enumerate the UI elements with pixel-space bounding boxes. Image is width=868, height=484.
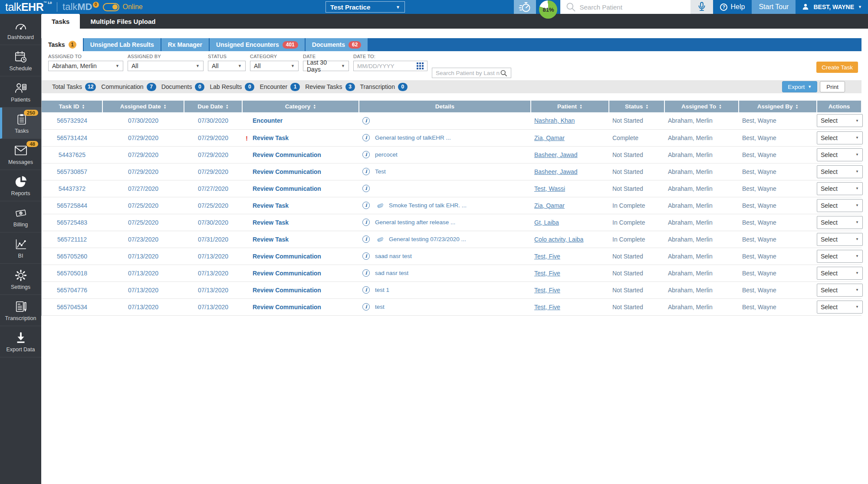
column-header[interactable]: Task ID▲▼ (42, 101, 102, 112)
create-task-button[interactable]: Create Task (816, 62, 858, 73)
info-icon[interactable]: i (362, 235, 370, 243)
export-button[interactable]: Export▼ (782, 81, 817, 92)
column-header[interactable]: Status▲▼ (609, 101, 664, 112)
summary-count-badge: 12 (85, 83, 96, 91)
column-header[interactable]: Details▲▼ (359, 101, 531, 112)
row-action-select[interactable]: Select▼ (817, 165, 863, 178)
help-button[interactable]: ? Help (713, 0, 752, 14)
patient-link[interactable]: Nashrah, Khan (534, 117, 575, 124)
row-action-select[interactable]: Select▼ (817, 250, 863, 263)
info-icon[interactable]: i (362, 303, 370, 311)
patient-link[interactable]: Colo actvity, Laiba (534, 236, 583, 243)
info-icon[interactable]: i (362, 185, 370, 192)
patient-link[interactable]: Test, Five (534, 270, 560, 277)
sidebar-item-settings[interactable]: Settings (0, 264, 41, 295)
sort-icon: ▲▼ (82, 104, 85, 109)
column-header[interactable]: Assigned To▲▼ (664, 101, 739, 112)
row-action-select[interactable]: Select▼ (817, 284, 863, 297)
row-action-select[interactable]: Select▼ (817, 267, 863, 280)
sidebar-item-messages[interactable]: 48 Messages (0, 139, 41, 170)
patient-link[interactable]: Test, Wassi (534, 185, 565, 192)
summary-count-badge: 0 (195, 83, 204, 91)
assigned-by-cell: Best, Wayne (739, 248, 817, 265)
sidebar-item-transcription[interactable]: Transcription (0, 295, 41, 326)
info-icon[interactable]: i (362, 252, 370, 260)
info-icon[interactable]: i (362, 168, 370, 175)
info-icon[interactable]: i (362, 117, 370, 124)
category-select[interactable]: All▼ (250, 61, 299, 71)
actions-cell: Select▼ (817, 163, 861, 180)
patient-link[interactable]: Test, Five (534, 253, 560, 260)
subtab-rx-manager[interactable]: Rx Manager (161, 38, 209, 51)
column-header[interactable]: Assigned By▲▼ (739, 101, 817, 112)
sidebar-item-tasks[interactable]: 250 Tasks (0, 108, 41, 139)
print-button[interactable]: Print (820, 81, 845, 92)
date-range-select[interactable]: Last 30 Days▼ (303, 61, 349, 71)
info-icon[interactable]: i (362, 219, 370, 226)
tab-multiple-files-upload[interactable]: Multiple Files Upload (80, 14, 166, 29)
column-header[interactable]: Actions▲▼ (817, 101, 861, 112)
attachment-icon[interactable] (377, 236, 384, 243)
patient-link[interactable]: Test, Five (534, 304, 560, 311)
search-patient-input[interactable] (579, 3, 679, 11)
row-action-select[interactable]: Select▼ (817, 199, 863, 212)
info-icon[interactable]: i (362, 134, 370, 141)
column-header[interactable]: Patient▲▼ (531, 101, 609, 112)
info-icon[interactable]: i (362, 286, 370, 294)
subtab-tasks[interactable]: Tasks 1 (42, 38, 83, 51)
dictation-button[interactable] (690, 0, 713, 14)
sidebar-item-patients[interactable]: Patients (0, 76, 41, 108)
patient-link[interactable]: Gt, Laiba (534, 219, 559, 226)
assigned-by-select[interactable]: All▼ (128, 61, 204, 71)
row-action-select[interactable]: Select▼ (817, 114, 863, 127)
patient-link[interactable]: Basheer, Jawad (534, 168, 578, 175)
sidebar-item-bi[interactable]: BI (0, 232, 41, 264)
patient-link[interactable]: Zia, Qamar (534, 202, 565, 209)
row-action-select[interactable]: Select▼ (817, 216, 863, 229)
info-icon[interactable]: i (362, 151, 370, 158)
patient-link[interactable]: Zia, Qamar (534, 134, 565, 141)
user-menu[interactable]: BEST, WAYNE ▼ (796, 0, 868, 14)
row-action-select[interactable]: Select▼ (817, 131, 863, 144)
status-select[interactable]: All▼ (208, 61, 246, 71)
timer-button[interactable] (514, 0, 536, 14)
status-cell: Complete (609, 129, 664, 146)
tab-tasks[interactable]: Tasks (41, 14, 80, 29)
assigned-by-label: ASSIGNED BY (128, 54, 204, 59)
info-icon[interactable]: i (362, 202, 370, 209)
column-header[interactable]: Due Date▲▼ (184, 101, 242, 112)
date-to-field (353, 61, 427, 71)
category-cell: ! Review Communication (242, 298, 359, 315)
info-icon[interactable]: i (362, 269, 370, 277)
patient-link[interactable]: Test, Five (534, 287, 560, 294)
row-action-select[interactable]: Select▼ (817, 148, 863, 161)
assigned-to-select[interactable]: Abraham, Merlin▼ (48, 61, 123, 71)
sidebar-item-billing[interactable]: Billing (0, 201, 41, 232)
subtab-unsigned-lab-results[interactable]: Unsigned Lab Results (84, 38, 161, 51)
attachment-icon[interactable] (377, 202, 384, 209)
column-header[interactable]: Category▲▼ (242, 101, 359, 112)
patient-last-name-input[interactable] (436, 70, 500, 76)
sidebar-item-schedule[interactable]: Schedule (0, 45, 41, 76)
row-action-select[interactable]: Select▼ (817, 182, 863, 195)
due-date-cell: 07/13/2020 (184, 248, 242, 265)
sidebar-item-export-data[interactable]: Export Data (0, 326, 41, 357)
online-toggle[interactable] (103, 3, 119, 11)
calendar-icon[interactable] (417, 62, 424, 69)
category-cell: ! Review Communication (242, 163, 359, 180)
sidebar-item-reports[interactable]: Reports (0, 170, 41, 201)
search-icon (566, 2, 576, 12)
start-tour-button[interactable]: Start Tour (752, 0, 796, 14)
row-action-select[interactable]: Select▼ (817, 301, 863, 314)
date-to-input[interactable] (357, 63, 417, 69)
usage-meter[interactable]: 81% (536, 0, 560, 14)
search-icon[interactable] (500, 69, 507, 77)
patient-link[interactable]: Basheer, Jawad (534, 151, 578, 158)
subtab-documents[interactable]: Documents 62 (306, 38, 368, 51)
filter-bar: ASSIGNED TO Abraham, Merlin▼ ASSIGNED BY… (42, 51, 861, 78)
practice-select[interactable]: Test Practice ▼ (326, 1, 405, 13)
row-action-select[interactable]: Select▼ (817, 233, 863, 246)
subtab-unsigned-encounters[interactable]: Unsigned Encounters 401 (210, 38, 305, 51)
sidebar-item-dashboard[interactable]: Dashboard (0, 14, 41, 45)
column-header[interactable]: Assigned Date▲▼ (102, 101, 184, 112)
